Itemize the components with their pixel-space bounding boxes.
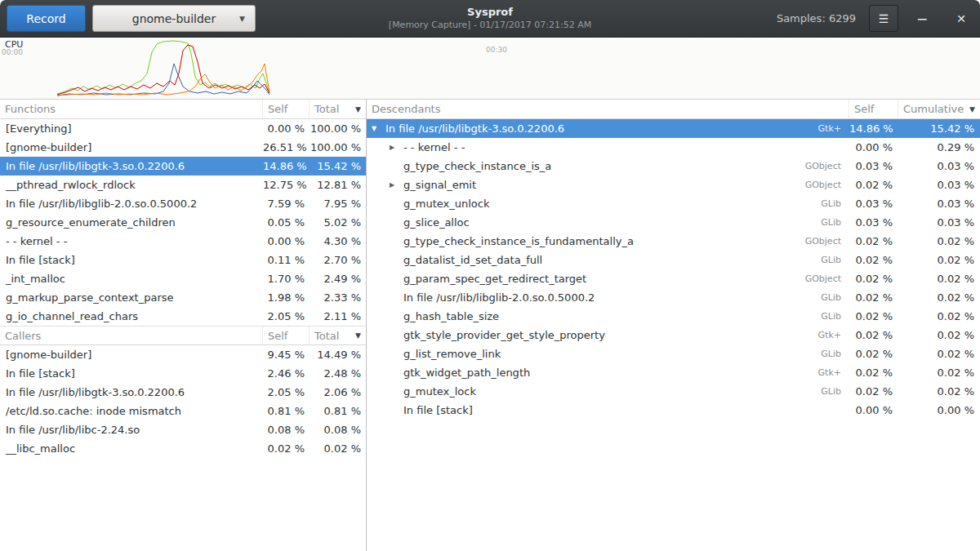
cpu-usage-graph[interactable]: CPU 00:00 00:30 xyxy=(0,38,980,100)
total-percent: 7.95 % xyxy=(310,194,366,213)
callers-row[interactable]: [gnome-builder]9.45 %14.49 % xyxy=(0,345,366,364)
descendants-tree: ▼In file /usr/lib/libgtk-3.so.0.2200.6Gt… xyxy=(367,119,980,420)
function-name: g_io_channel_read_chars xyxy=(0,307,263,326)
callers-row[interactable]: /etc/ld.so.cache: inode mismatch0.81 %0.… xyxy=(0,402,366,420)
sort-descending-icon: ▼ xyxy=(964,105,975,113)
function-name: /etc/ld.so.cache: inode mismatch xyxy=(0,402,263,420)
library-category-label: GObject xyxy=(805,157,849,176)
descendant-row[interactable]: g_type_check_instance_is_aGObject0.03 %0… xyxy=(367,157,980,176)
self-percent: 0.02 % xyxy=(849,326,898,344)
descendant-row[interactable]: ▶g_signal_emitGObject0.02 %0.03 % xyxy=(367,176,980,194)
minimize-button[interactable]: − xyxy=(910,5,934,32)
functions-row[interactable]: g_resource_enumerate_children0.05 %5.02 … xyxy=(0,213,366,232)
main-split-view: Functions Self Total ▼ [Everything]0.00 … xyxy=(0,100,980,551)
library-category-label: GLib xyxy=(821,382,849,401)
descendant-row[interactable]: g_mutex_lockGLib0.02 %0.02 % xyxy=(367,382,980,401)
cumulative-percent: 0.02 % xyxy=(898,251,980,269)
column-header-cumulative[interactable]: Cumulative ▼ xyxy=(898,100,980,118)
expander-expanded-icon[interactable]: ▼ xyxy=(372,119,385,138)
process-selector-dropdown[interactable]: gnome-builder ▼ xyxy=(92,5,256,32)
close-button[interactable]: ✕ xyxy=(949,5,973,32)
callers-header: Callers Self Total ▼ xyxy=(0,326,366,345)
descendant-row[interactable]: g_hash_table_sizeGLib0.02 %0.02 % xyxy=(367,307,980,326)
functions-row[interactable]: _int_malloc1.70 %2.49 % xyxy=(0,269,366,288)
cumulative-percent: 0.02 % xyxy=(898,344,980,363)
self-percent: 0.02 % xyxy=(849,288,898,307)
cpu-line-cpu2 xyxy=(57,64,270,96)
functions-row[interactable]: __pthread_rwlock_rdlock12.75 %12.81 % xyxy=(0,176,366,194)
functions-row[interactable]: [gnome-builder]26.51 %100.00 % xyxy=(0,138,366,157)
descendant-row[interactable]: g_slice_allocGLib0.03 %0.03 % xyxy=(367,213,980,232)
descendants-header: Descendants Self Cumulative ▼ xyxy=(367,100,980,119)
column-header-self[interactable]: Self xyxy=(849,100,898,118)
descendant-row[interactable]: g_mutex_unlockGLib0.03 %0.03 % xyxy=(367,194,980,213)
minimize-icon: − xyxy=(916,11,928,27)
descendant-name: g_list_remove_link xyxy=(403,344,501,363)
descendant-row[interactable]: gtk_widget_path_lengthGtk+0.02 %0.02 % xyxy=(367,363,980,382)
window-subtitle: [Memory Capture] - 01/17/2017 07:21:52 A… xyxy=(389,20,591,32)
cumulative-percent: 0.00 % xyxy=(898,401,980,420)
descendant-row[interactable]: ▶- - kernel - -0.00 %0.29 % xyxy=(367,138,980,157)
total-percent: 2.33 % xyxy=(310,288,366,307)
functions-header: Functions Self Total ▼ xyxy=(0,100,366,119)
column-header-total[interactable]: Total ▼ xyxy=(310,327,366,344)
function-name: [gnome-builder] xyxy=(0,138,263,157)
descendant-row[interactable]: g_param_spec_get_redirect_targetGObject0… xyxy=(367,269,980,288)
descendant-row[interactable]: g_datalist_id_set_data_fullGLib0.02 %0.0… xyxy=(367,251,980,269)
callers-row[interactable]: In file /usr/lib/libgtk-3.so.0.2200.62.0… xyxy=(0,383,366,402)
library-category-label: GObject xyxy=(805,232,849,251)
library-category-label: Gtk+ xyxy=(818,363,849,382)
total-percent: 2.48 % xyxy=(310,364,366,383)
functions-row[interactable]: - - kernel - -0.00 %4.30 % xyxy=(0,232,366,251)
callers-row[interactable]: __libc_malloc0.02 %0.02 % xyxy=(0,439,366,458)
descendant-name: g_slice_alloc xyxy=(403,213,470,232)
descendant-row[interactable]: g_type_check_instance_is_fundamentally_a… xyxy=(367,232,980,251)
record-button[interactable]: Record xyxy=(7,5,86,32)
library-category-label: Gtk+ xyxy=(818,326,849,344)
descendant-row[interactable]: In file [stack]0.00 %0.00 % xyxy=(367,401,980,420)
self-percent: 0.02 % xyxy=(849,232,898,251)
column-header-self[interactable]: Self xyxy=(263,327,310,344)
column-header-descendants[interactable]: Descendants xyxy=(367,100,849,118)
cumulative-percent: 0.02 % xyxy=(898,307,980,326)
expander-collapsed-icon[interactable]: ▶ xyxy=(390,138,403,157)
self-percent: 0.02 % xyxy=(849,363,898,382)
self-percent: 2.05 % xyxy=(263,383,310,402)
function-name: [gnome-builder] xyxy=(0,345,263,364)
descendant-row[interactable]: gtk_style_provider_get_style_propertyGtk… xyxy=(367,326,980,344)
descendant-name-cell: ▶- - kernel - - xyxy=(367,138,849,157)
functions-row[interactable]: In file /usr/lib/libgtk-3.so.0.2200.614.… xyxy=(0,157,366,176)
hamburger-menu-icon: ☰ xyxy=(879,12,889,25)
sort-descending-icon: ▼ xyxy=(350,105,361,113)
column-header-callers[interactable]: Callers xyxy=(0,327,263,344)
process-selector-label: gnome-builder xyxy=(132,12,216,25)
expander-collapsed-icon[interactable]: ▶ xyxy=(390,176,403,194)
functions-row[interactable]: In file /usr/lib/libglib-2.0.so.0.5000.2… xyxy=(0,194,366,213)
self-percent: 1.98 % xyxy=(263,288,310,307)
descendant-row[interactable]: In file /usr/lib/libglib-2.0.so.0.5000.2… xyxy=(367,288,980,307)
column-header-functions[interactable]: Functions xyxy=(0,100,263,118)
column-header-self[interactable]: Self xyxy=(263,100,310,118)
self-percent: 26.51 % xyxy=(263,138,310,157)
functions-row[interactable]: g_markup_parse_context_parse1.98 %2.33 % xyxy=(0,288,366,307)
functions-row[interactable]: [Everything]0.00 %100.00 % xyxy=(0,119,366,138)
self-percent: 0.00 % xyxy=(263,232,310,251)
descendant-name: gtk_widget_path_length xyxy=(403,363,530,382)
self-percent: 1.70 % xyxy=(263,269,310,288)
cumulative-percent: 0.02 % xyxy=(898,288,980,307)
total-percent: 0.08 % xyxy=(310,420,366,439)
window-title-box: Sysprof [Memory Capture] - 01/17/2017 07… xyxy=(389,5,591,31)
descendant-row[interactable]: ▼In file /usr/lib/libgtk-3.so.0.2200.6Gt… xyxy=(367,119,980,138)
functions-row[interactable]: In file [stack]0.11 %2.70 % xyxy=(0,251,366,269)
menu-button[interactable]: ☰ xyxy=(869,5,898,32)
cumulative-percent: 0.03 % xyxy=(898,194,980,213)
total-percent: 0.02 % xyxy=(310,439,366,458)
functions-row[interactable]: g_io_channel_read_chars2.05 %2.11 % xyxy=(0,307,366,326)
cumulative-percent: 0.03 % xyxy=(898,176,980,194)
descendant-name: g_mutex_unlock xyxy=(403,194,489,213)
descendant-row[interactable]: g_list_remove_linkGLib0.02 %0.02 % xyxy=(367,344,980,363)
column-header-total[interactable]: Total ▼ xyxy=(310,100,366,118)
callers-row[interactable]: In file /usr/lib/libc-2.24.so0.08 %0.08 … xyxy=(0,420,366,439)
callers-row[interactable]: In file [stack]2.46 %2.48 % xyxy=(0,364,366,383)
window-title: Sysprof xyxy=(389,5,591,20)
